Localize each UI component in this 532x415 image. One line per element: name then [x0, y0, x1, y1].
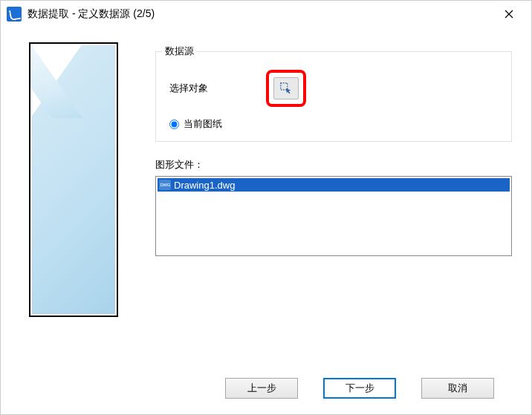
select-objects-label: 选择对象: [169, 82, 266, 95]
select-objects-row: 选择对象: [169, 70, 498, 107]
wizard-side-panel: [29, 42, 126, 362]
current-drawing-radio[interactable]: [169, 120, 179, 129]
close-icon: [505, 10, 513, 19]
current-drawing-label: 当前图纸: [184, 117, 222, 131]
back-button-label: 上一步: [247, 382, 276, 395]
wizard-thumbnail: [29, 42, 118, 317]
close-button[interactable]: [494, 3, 524, 25]
cancel-button-label: 取消: [448, 382, 467, 395]
file-name: Drawing1.dwg: [174, 180, 235, 191]
dialog-footer: 上一步 下一步 取消: [1, 362, 531, 414]
drawing-files-list[interactable]: Drawing1.dwg: [155, 176, 512, 256]
select-objects-icon: [279, 82, 293, 95]
select-objects-button[interactable]: [273, 77, 299, 99]
titlebar: 数据提取 - 定义数据源 (2/5): [1, 1, 531, 27]
dwg-file-icon: [159, 180, 171, 190]
app-icon: [7, 7, 22, 22]
drawing-files-label: 图形文件：: [155, 158, 512, 171]
data-source-group: 数据源 选择对象 当前图纸: [155, 51, 512, 142]
window-title: 数据提取 - 定义数据源 (2/5): [27, 7, 494, 21]
list-item[interactable]: Drawing1.dwg: [158, 178, 510, 192]
highlight-annotation: [266, 70, 306, 107]
current-drawing-option[interactable]: 当前图纸: [169, 117, 498, 131]
dialog-body: 数据源 选择对象 当前图纸: [1, 27, 531, 362]
main-content: 数据源 选择对象 当前图纸: [126, 42, 512, 362]
dialog-window: 数据提取 - 定义数据源 (2/5) 数据源: [0, 0, 532, 415]
back-button[interactable]: 上一步: [225, 378, 298, 399]
cancel-button[interactable]: 取消: [421, 378, 494, 399]
data-source-legend: 数据源: [162, 45, 197, 58]
page-curl-icon: [30, 44, 82, 118]
next-button[interactable]: 下一步: [323, 378, 396, 399]
next-button-label: 下一步: [346, 382, 374, 395]
